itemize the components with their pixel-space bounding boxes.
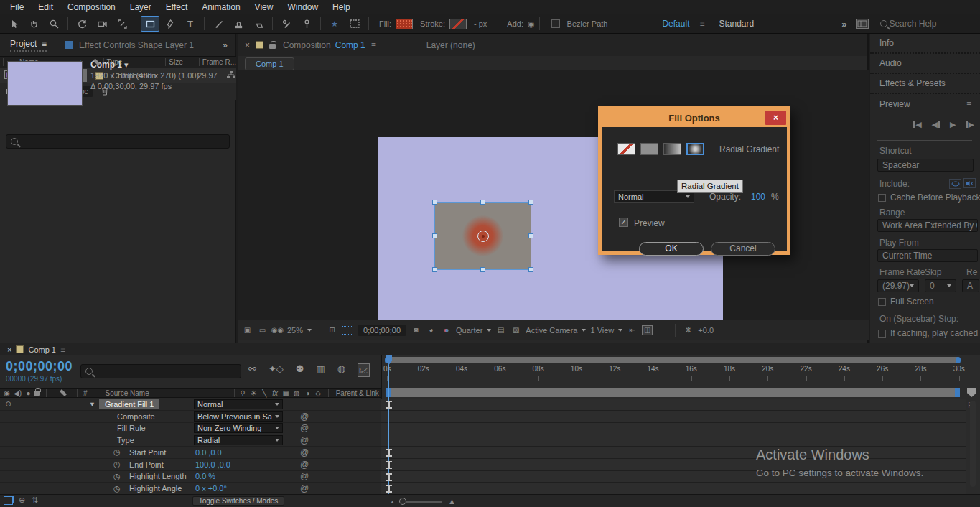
menu-help[interactable]: Help (325, 2, 358, 12)
lock-icon[interactable] (269, 44, 276, 49)
current-timecode[interactable]: 0;00;00;00 (6, 359, 73, 374)
shy-switch-icon[interactable]: ⚲ (238, 388, 248, 398)
panel-info[interactable]: Info (870, 34, 980, 54)
gradient-center-control[interactable] (477, 231, 489, 242)
property-group-name[interactable]: Gradient Fill 1 (99, 399, 159, 409)
preview-checkbox[interactable]: ✓ (619, 218, 628, 227)
tab-layer[interactable]: Layer (none) (426, 40, 475, 50)
flowchart-icon[interactable] (226, 70, 235, 80)
primary-viewer-icon[interactable]: ▭ (257, 325, 268, 335)
fill-radial-gradient-swatch[interactable] (686, 143, 704, 155)
project-search[interactable] (6, 134, 230, 149)
handle-bottom-left[interactable] (432, 267, 437, 272)
cache-before-playback-checkbox[interactable]: Cache Before Playback (878, 192, 980, 203)
menu-window[interactable]: Window (280, 2, 325, 12)
workspace-switch-icon[interactable] (856, 19, 869, 29)
resolution-select[interactable]: Quarter (456, 326, 482, 335)
tab-project[interactable]: Project ≡ (10, 39, 47, 52)
row-composite[interactable]: Composite Below Previous in Sa @ (0, 411, 381, 423)
frame-blend-switch-icon[interactable]: ▦ (281, 388, 291, 398)
comp-thumbnail[interactable] (7, 61, 83, 106)
zoom-out-icon[interactable]: ▲ (390, 499, 395, 504)
next-frame-icon[interactable]: ▶ (966, 120, 974, 129)
magnification-icon[interactable]: ◉◉ (272, 325, 283, 335)
row-highlight-length[interactable]: ◷ Highlight Length 0.0 % @ (0, 471, 381, 483)
keyframe-marker[interactable] (386, 473, 392, 481)
tab-effect-controls[interactable]: Effect Controls Shape Layer 1 (79, 40, 194, 50)
panel-menu-icon[interactable]: ≡ (371, 40, 376, 50)
row-fill-rule[interactable]: Fill Rule Non-Zero Winding @ (0, 423, 381, 435)
hide-shy-layers-icon[interactable]: ⚉ (296, 363, 304, 377)
mini-flowchart-icon[interactable]: ⚯ (248, 363, 256, 377)
project-search-input[interactable] (22, 137, 192, 146)
fill-swatch[interactable] (396, 19, 413, 29)
menu-file[interactable]: File (3, 2, 31, 12)
handle-bottom-center[interactable] (480, 267, 485, 272)
panel-audio[interactable]: Audio (870, 54, 980, 74)
frame-blending-icon[interactable]: ▥ (316, 363, 325, 377)
video-column-icon[interactable]: ◉ (1, 388, 12, 398)
draft-3d-icon[interactable]: ✦◇ (269, 363, 284, 377)
pick-whip-icon[interactable]: @ (300, 447, 309, 457)
include-video-icon[interactable] (949, 179, 961, 189)
comp-viewer-tab[interactable]: Comp 1 (245, 57, 294, 70)
region-of-interest-icon[interactable] (342, 326, 353, 335)
fill-rule-dropdown[interactable]: Non-Zero Winding (194, 423, 283, 433)
property-value[interactable]: 0.0 % (195, 472, 215, 480)
time-ruler[interactable]: 0s02s04s06s08s10s12s14s16s18s20s22s24s26… (383, 365, 965, 386)
label-column-icon[interactable] (60, 389, 67, 396)
menu-view[interactable]: View (248, 2, 281, 12)
gradient-filled-shape[interactable] (434, 202, 531, 270)
timeline-search-input[interactable] (96, 367, 217, 376)
handle-mid-right[interactable] (528, 233, 533, 238)
tab-composition-label[interactable]: Composition (283, 40, 331, 50)
camera-tool-icon[interactable] (93, 16, 111, 32)
property-value[interactable]: 0 x +0.0° (195, 484, 227, 493)
search-help-input[interactable] (889, 19, 975, 29)
motion-blur-icon[interactable]: ◍ (337, 363, 345, 377)
comp-caret-icon[interactable]: ▾ (124, 60, 129, 69)
expand-inout-icon[interactable]: ⇅ (32, 496, 38, 505)
fill-none-swatch[interactable] (617, 143, 635, 155)
puppet-pin-tool-icon[interactable] (297, 16, 316, 32)
handle-top-right[interactable] (528, 200, 533, 205)
row-type[interactable]: Type Radial @ (0, 434, 381, 447)
adjustment-switch-icon[interactable]: ◑ (302, 388, 313, 398)
timeline-tab-label[interactable]: Comp 1 (28, 345, 56, 354)
shortcut-select[interactable]: Spacebar (877, 159, 974, 172)
pick-whip-icon[interactable]: @ (300, 411, 309, 422)
menu-animation[interactable]: Animation (195, 2, 247, 12)
workspace-standard[interactable]: Standard (719, 19, 754, 29)
bezier-path-checkbox[interactable] (551, 19, 560, 28)
pick-whip-icon[interactable]: @ (300, 435, 309, 445)
stopwatch-icon[interactable]: ◷ (113, 472, 121, 481)
menu-layer[interactable]: Layer (123, 2, 159, 12)
ok-button[interactable]: OK (639, 242, 704, 256)
type-dropdown[interactable]: Radial (194, 435, 283, 445)
workspace-default[interactable]: Default (662, 19, 689, 29)
previous-frame-icon[interactable]: ◀ (932, 120, 940, 129)
zoom-slider[interactable] (401, 501, 442, 503)
brush-tool-icon[interactable] (209, 16, 228, 32)
index-column[interactable]: # (83, 389, 88, 397)
pick-whip-icon[interactable]: @ (300, 423, 309, 433)
handle-top-left[interactable] (432, 200, 437, 205)
channels-icon[interactable]: ●● (441, 325, 452, 335)
snapshot-icon[interactable]: ◙ (411, 325, 421, 335)
always-preview-icon[interactable]: ▣ (242, 325, 253, 335)
motion-blur-switch-icon[interactable]: ◍ (291, 388, 302, 398)
if-caching-checkbox[interactable]: If caching, play cached (878, 328, 978, 338)
timeline-vertical-scrollbar[interactable] (970, 401, 976, 487)
time-navigator-bar[interactable] (386, 357, 960, 363)
include-audio-muted-icon[interactable] (963, 178, 976, 188)
timeline-search[interactable] (80, 364, 241, 378)
fill-linear-gradient-swatch[interactable] (663, 143, 681, 155)
expand-transfer-controls-icon[interactable]: ⊕ (19, 496, 25, 505)
toggle-switches-modes-button[interactable]: Toggle Switches / Modes (192, 496, 284, 506)
layer-inpoint-marker[interactable] (386, 401, 392, 409)
comp-flowchart-icon[interactable]: ⚏ (657, 325, 668, 335)
resolution-select[interactable]: A (962, 279, 979, 292)
fx-switch-icon[interactable]: fx (270, 388, 281, 398)
roto-brush-tool-icon[interactable] (277, 16, 296, 32)
fast-previews-icon[interactable]: ▤ (495, 325, 506, 335)
